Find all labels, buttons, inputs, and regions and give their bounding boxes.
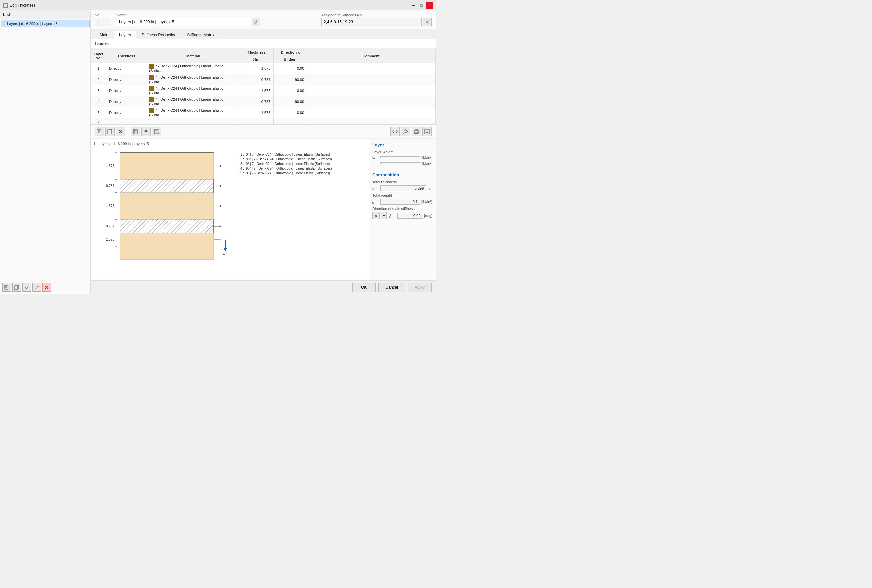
delete-thickness-button[interactable]	[42, 283, 51, 292]
cell-comment	[307, 74, 436, 85]
gi-row2: [lbf/in²]	[373, 161, 432, 165]
cell-no: 4	[91, 96, 106, 107]
copy-row-button[interactable]	[105, 127, 115, 136]
apply-button[interactable]: Apply	[407, 283, 431, 292]
tab-stiffness-reduction[interactable]: Stiffness Reduction	[137, 31, 181, 39]
add-row-button[interactable]	[95, 127, 104, 136]
layers-table-container: LayerNo. Thickness Material Thickness Di…	[90, 49, 436, 124]
bottom-bar: OK Cancel Apply	[90, 280, 436, 294]
beta-key: β'	[389, 214, 396, 218]
table-row[interactable]: 4Directly7 - Derix C24 | Orthotropic | L…	[91, 96, 436, 107]
th-t-unit: t [in]	[240, 56, 274, 63]
sidebar-item-1[interactable]: 1 Layers | d : 6.299 in | Layers: 5	[1, 20, 90, 27]
cell-no: 1	[91, 63, 106, 74]
arrow-icon	[143, 129, 149, 134]
print-button[interactable]	[412, 127, 421, 136]
material-swatch	[149, 75, 154, 80]
delete-row-button[interactable]	[116, 127, 125, 136]
svg-text:1.575: 1.575	[106, 237, 114, 241]
print-icon	[413, 129, 419, 134]
cell-comment	[307, 96, 436, 107]
legend-item-4: 4 : 90° | 7 - Derix C24 | Orthotropic | …	[241, 167, 332, 170]
code-button[interactable]	[390, 127, 400, 136]
minimize-button[interactable]: ─	[410, 2, 417, 9]
paint-button[interactable]	[401, 127, 410, 136]
table-row[interactable]: 3Directly7 - Derix C24 | Orthotropic | L…	[91, 85, 436, 96]
copy-icon	[14, 285, 19, 290]
cell-no: 6	[91, 118, 106, 124]
legend-item-1: 1 : 0° | 7 - Derix C24 | Orthotropic | L…	[241, 153, 332, 156]
save-row-button[interactable]	[152, 127, 161, 136]
th-dir-unit: β [deg]	[274, 56, 307, 63]
table-row[interactable]: 2Directly7 - Derix C24 | Orthotropic | L…	[91, 74, 436, 85]
cancel-button[interactable]: Cancel	[379, 283, 405, 292]
beta-dropdown-button[interactable]: ▼	[381, 212, 386, 219]
beta-row: 🖨 ▼ β' 0.00 [deg]	[373, 212, 432, 219]
no-input[interactable]	[95, 18, 111, 26]
th-layer-no: LayerNo.	[91, 49, 106, 63]
copy-thickness-button[interactable]	[12, 283, 21, 292]
assigned-input[interactable]	[321, 18, 422, 26]
svg-point-71	[220, 239, 221, 240]
d-key: d	[373, 186, 379, 190]
edit-name-button[interactable]	[252, 18, 260, 26]
table-row[interactable]: 6	[91, 118, 436, 124]
titlebar-left: Edit Thickness	[3, 3, 36, 8]
layers-toolbar	[90, 124, 436, 139]
svg-text:1.575: 1.575	[106, 204, 114, 208]
cell-material	[146, 118, 240, 124]
toolbar-left	[95, 127, 161, 136]
assigned-group: Assigned to Surfaces No.	[321, 13, 431, 26]
cell-thickness: Directly	[106, 96, 146, 107]
check-button[interactable]	[23, 283, 31, 292]
legend-item-2: 2 : 90° | 7 - Derix C24 | Orthotropic | …	[241, 158, 332, 161]
clear-icon	[425, 20, 429, 24]
cell-no: 3	[91, 85, 106, 96]
d-row: d 6.299 [in]	[373, 185, 432, 191]
svg-text:1.575: 1.575	[106, 164, 114, 168]
check-icon	[24, 285, 29, 290]
clear-assigned-button[interactable]	[423, 18, 431, 26]
svg-rect-24	[155, 129, 158, 131]
new-thickness-button[interactable]	[2, 283, 11, 292]
legend-item-3: 3 : 0° | 7 - Derix C24 | Orthotropic | L…	[241, 162, 332, 166]
maximize-button[interactable]: □	[418, 2, 425, 9]
check2-button[interactable]	[32, 283, 41, 292]
svg-rect-37	[120, 179, 213, 193]
close-button[interactable]: ✕	[425, 2, 433, 9]
material-swatch	[149, 64, 154, 69]
gi-row1: gi [lbf/in³]	[373, 155, 432, 159]
g-value: 0.1	[380, 199, 420, 205]
assigned-label: Assigned to Surfaces No.	[321, 13, 431, 17]
sidebar: List 1 Layers | d : 6.299 in | Layers: 5	[0, 10, 90, 294]
toolbar-right	[390, 127, 431, 136]
table-row[interactable]: 5Directly7 - Derix C24 | Orthotropic | L…	[91, 107, 436, 118]
copy-row-icon	[107, 129, 113, 134]
sidebar-bottom	[0, 280, 90, 294]
name-group: Name	[117, 13, 260, 26]
svg-marker-73	[224, 248, 227, 251]
svg-marker-22	[144, 130, 148, 132]
layer-diagram-svg: 1.575 0.787 1.575	[93, 148, 234, 255]
beta-unit: [deg]	[424, 214, 432, 218]
direction-label: Direction of main stiffness	[373, 207, 432, 211]
name-input[interactable]	[117, 18, 250, 26]
arrow-button[interactable]	[141, 127, 151, 136]
export-button[interactable]	[422, 127, 431, 136]
name-input-group	[117, 18, 260, 26]
material-swatch	[149, 108, 154, 113]
tab-layers[interactable]: Layers	[114, 31, 136, 39]
table-row[interactable]: 1Directly7 - Derix C24 | Orthotropic | L…	[91, 63, 436, 74]
book-button[interactable]	[131, 127, 140, 136]
g-unit: [lbf/in²]	[421, 200, 432, 204]
ok-button[interactable]: OK	[352, 283, 376, 292]
layer-weight-label: Layer weight	[373, 150, 432, 154]
delete-row-icon	[118, 129, 123, 134]
print-beta-button[interactable]: 🖨	[373, 212, 380, 219]
gi-value2	[380, 162, 420, 164]
tab-main[interactable]: Main	[95, 31, 113, 39]
gi-unit2: [lbf/in²]	[421, 161, 432, 165]
check-all-icon	[35, 285, 39, 290]
layer-panel-title: Layer	[373, 142, 432, 147]
tab-stiffness-matrix[interactable]: Stiffness Matrix	[182, 31, 220, 39]
